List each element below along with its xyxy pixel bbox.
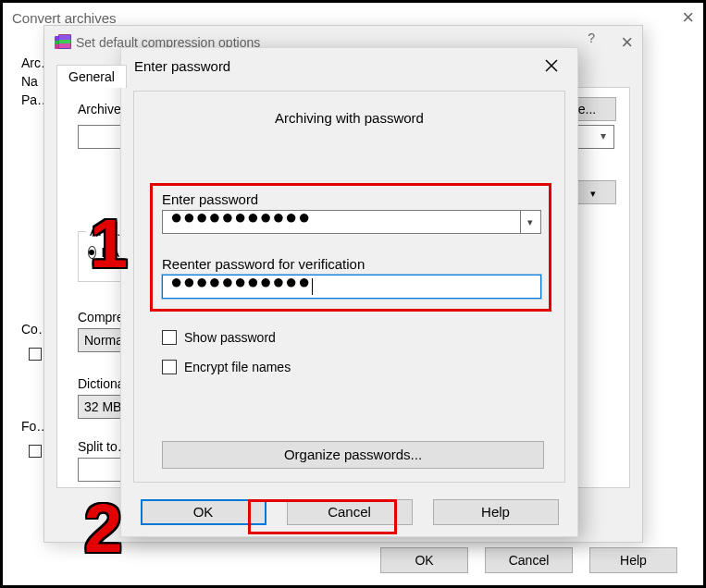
password-titlebar: Enter password (121, 48, 577, 83)
password-close-button[interactable] (539, 53, 564, 79)
encrypt-filenames-checkbox[interactable] (162, 360, 177, 374)
convert-co-checkbox[interactable] (29, 348, 42, 361)
convert-cancel-button[interactable]: Cancel (485, 547, 573, 573)
text-caret (312, 278, 313, 295)
encrypt-filenames-label: Encrypt file names (184, 360, 291, 374)
password-buttons-bar: OK Cancel Help (121, 488, 577, 536)
password-input[interactable]: ●●●●●●●●●●● ▾ (162, 210, 541, 234)
show-password-checkbox[interactable] (162, 330, 177, 345)
password-header-text: Archiving with password (134, 110, 564, 126)
convert-close-icon[interactable]: × (682, 6, 694, 30)
show-password-row[interactable]: Show password (162, 330, 276, 345)
password-dropdown-button[interactable]: ▾ (520, 211, 540, 233)
compress-help-icon[interactable]: ? (588, 31, 595, 55)
encrypt-filenames-row[interactable]: Encrypt file names (162, 360, 291, 374)
password-body-panel: Archiving with password Enter password ●… (133, 91, 565, 483)
password-cancel-button[interactable]: Cancel (287, 499, 413, 525)
password-title: Enter password (134, 58, 230, 74)
convert-ok-button[interactable]: OK (380, 547, 468, 573)
winrar-icon (54, 34, 70, 51)
password-value: ●●●●●●●●●●● (170, 207, 311, 227)
tab-general[interactable]: General (56, 65, 127, 88)
chevron-down-icon: ▾ (590, 188, 596, 199)
dictionary-size-value: 32 MB (84, 399, 121, 414)
show-password-label: Show password (184, 330, 276, 345)
reenter-password-value: ●●●●●●●●●●● (170, 272, 311, 292)
convert-fo-checkbox[interactable] (29, 445, 42, 458)
compress-close-icon[interactable]: × (621, 31, 633, 55)
close-icon (544, 58, 559, 73)
enter-password-dialog: Enter password Archiving with password E… (120, 47, 578, 537)
radio-icon (88, 246, 96, 259)
convert-title: Convert archives (12, 10, 117, 26)
password-ok-button[interactable]: OK (141, 499, 266, 525)
convert-help-button[interactable]: Help (589, 547, 677, 573)
password-help-button[interactable]: Help (433, 499, 559, 525)
reenter-password-input[interactable]: ●●●●●●●●●●● (162, 275, 541, 299)
organize-passwords-button[interactable]: Organize passwords... (162, 441, 544, 469)
